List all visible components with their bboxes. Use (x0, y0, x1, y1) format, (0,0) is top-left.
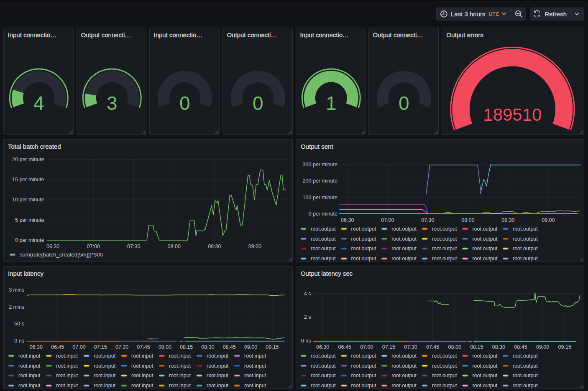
svg-text:09:00: 09:00 (248, 243, 261, 249)
svg-text:4 s: 4 s (304, 290, 311, 296)
svg-text:Refresh: Refresh (545, 10, 567, 18)
svg-text:06:45: 06:45 (51, 344, 64, 350)
svg-text:09:15: 09:15 (558, 344, 571, 350)
svg-text:root.output: root.output (391, 246, 417, 251)
svg-text:Output sent: Output sent (301, 142, 333, 150)
svg-text:Input latency: Input latency (8, 269, 44, 277)
svg-text:root.output: root.output (513, 226, 538, 231)
svg-text:root.output: root.output (432, 236, 457, 241)
svg-text:3: 3 (107, 92, 118, 114)
svg-text:300 per minute: 300 per minute (302, 161, 337, 167)
svg-text:root.output: root.output (391, 373, 417, 378)
svg-text:root.output: root.output (432, 363, 457, 368)
svg-text:root.input: root.input (18, 353, 41, 358)
svg-text:root.output: root.output (391, 363, 417, 368)
svg-text:08:15: 08:15 (180, 344, 193, 350)
svg-text:root.output: root.output (311, 236, 336, 241)
svg-text:08:30: 08:30 (201, 344, 214, 350)
svg-text:0: 0 (399, 92, 409, 114)
svg-text:root.input: root.input (94, 383, 116, 388)
svg-text:UTC: UTC (489, 11, 500, 17)
svg-text:sum(rate(batch_created[5m]))*3: sum(rate(batch_created[5m]))*300 (20, 251, 103, 257)
svg-text:root.input: root.input (207, 363, 229, 368)
svg-text:2 s: 2 s (304, 314, 311, 320)
svg-text:Output errors: Output errors (446, 31, 483, 38)
svg-text:root.input: root.input (18, 363, 41, 368)
svg-text:07:45: 07:45 (137, 344, 150, 350)
svg-text:root.output: root.output (391, 226, 417, 231)
svg-text:08:15: 08:15 (470, 344, 483, 350)
svg-text:189510: 189510 (483, 105, 542, 124)
svg-text:08:00: 08:00 (461, 217, 474, 223)
svg-text:15 per minute: 15 per minute (12, 177, 44, 183)
svg-text:08:30: 08:30 (208, 243, 221, 249)
svg-text:200 per minute: 200 per minute (302, 178, 337, 184)
svg-text:Output connecti…: Output connecti… (227, 31, 277, 38)
svg-text:root.output: root.output (472, 353, 497, 358)
svg-text:07:30: 07:30 (115, 344, 128, 350)
svg-text:root.input: root.input (169, 373, 191, 378)
svg-text:2 mins: 2 mins (9, 304, 24, 310)
svg-text:root.output: root.output (311, 383, 336, 388)
svg-text:root.output: root.output (391, 353, 417, 358)
svg-text:root.output: root.output (311, 256, 336, 262)
svg-text:100 per minute: 100 per minute (302, 194, 337, 200)
svg-text:Total batch created: Total batch created (8, 142, 61, 150)
svg-text:root.output: root.output (513, 353, 538, 358)
svg-text:root.output: root.output (472, 246, 497, 251)
svg-text:root.output: root.output (351, 226, 376, 231)
svg-text:0 ns: 0 ns (14, 338, 24, 343)
svg-text:0 per minute: 0 per minute (15, 237, 44, 243)
svg-text:root.input: root.input (56, 383, 78, 388)
svg-text:Last 3 hours: Last 3 hours (451, 10, 486, 18)
svg-text:Input connectio…: Input connectio… (8, 31, 57, 38)
svg-text:07:00: 07:00 (381, 217, 394, 223)
svg-text:root.output: root.output (351, 256, 376, 262)
svg-text:root.output: root.output (513, 236, 538, 241)
svg-text:root.output: root.output (311, 353, 336, 358)
svg-text:06:30: 06:30 (46, 243, 59, 249)
svg-text:Output connecti…: Output connecti… (81, 31, 131, 38)
svg-text:50 s: 50 s (14, 321, 24, 327)
svg-text:5 per minute: 5 per minute (15, 217, 44, 223)
svg-text:07:30: 07:30 (404, 344, 417, 350)
svg-text:root.input: root.input (244, 363, 266, 368)
svg-text:root.input: root.input (18, 373, 41, 378)
svg-text:root.input: root.input (94, 353, 116, 358)
svg-text:root.input: root.input (131, 353, 153, 358)
svg-text:07:00: 07:00 (87, 243, 100, 249)
svg-text:08:00: 08:00 (168, 243, 181, 249)
svg-text:root.output: root.output (472, 373, 497, 378)
svg-text:0: 0 (179, 92, 190, 114)
svg-text:09:15: 09:15 (266, 344, 279, 350)
svg-text:0: 0 (253, 92, 263, 114)
svg-text:root.output: root.output (472, 383, 497, 388)
svg-text:root.output: root.output (432, 353, 457, 358)
svg-text:root.input: root.input (244, 353, 266, 358)
svg-text:08:30: 08:30 (501, 217, 514, 223)
svg-text:root.output: root.output (311, 363, 336, 368)
svg-text:07:00: 07:00 (360, 344, 373, 350)
svg-text:08:45: 08:45 (223, 344, 236, 350)
svg-text:07:15: 07:15 (94, 344, 107, 350)
svg-text:root.output: root.output (351, 246, 376, 251)
svg-text:root.output: root.output (472, 363, 497, 368)
svg-text:root.output: root.output (351, 353, 376, 358)
svg-text:root.output: root.output (513, 363, 538, 368)
svg-text:20 per minute: 20 per minute (12, 156, 44, 162)
svg-text:09:00: 09:00 (244, 344, 257, 350)
svg-text:09:00: 09:00 (542, 217, 555, 223)
svg-text:08:00: 08:00 (448, 344, 461, 350)
svg-text:root.input: root.input (207, 353, 229, 358)
svg-text:root.output: root.output (513, 373, 538, 378)
svg-text:0 ns: 0 ns (301, 338, 311, 344)
svg-text:1: 1 (326, 92, 337, 114)
svg-text:root.input: root.input (169, 353, 191, 358)
svg-text:09:00: 09:00 (536, 344, 549, 350)
svg-text:root.output: root.output (472, 226, 497, 231)
svg-text:07:30: 07:30 (421, 217, 434, 223)
svg-text:root.input: root.input (56, 353, 78, 358)
svg-text:root.input: root.input (169, 383, 191, 388)
svg-text:root.output: root.output (513, 256, 538, 262)
svg-text:root.input: root.input (207, 373, 229, 378)
